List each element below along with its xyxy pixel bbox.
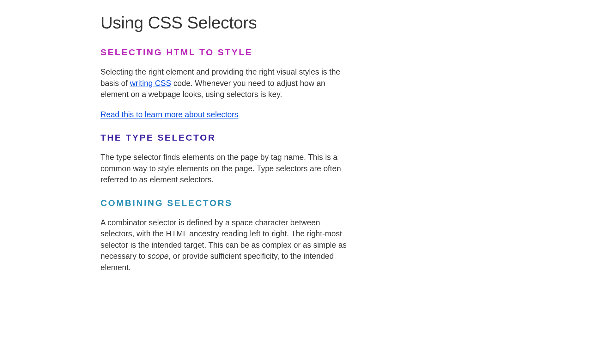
section-heading: Combining Selectors [100, 198, 353, 208]
paragraph: Selecting the right element and providin… [100, 66, 353, 100]
section-selecting-html: Selecting HTML to Style Selecting the ri… [100, 47, 353, 120]
read-more-link[interactable]: Read this to learn more about selectors [100, 110, 238, 119]
read-more-paragraph: Read this to learn more about selectors [100, 109, 353, 120]
section-heading: The Type Selector [100, 133, 353, 143]
article-content: Using CSS Selectors Selecting HTML to St… [100, 13, 353, 273]
page-title: Using CSS Selectors [100, 13, 353, 32]
emphasized-text: scope [148, 252, 169, 260]
section-combining-selectors: Combining Selectors A combinator selecto… [100, 198, 353, 273]
section-heading: Selecting HTML to Style [100, 47, 353, 58]
writing-css-link[interactable]: writing CSS [130, 79, 171, 88]
section-type-selector: The Type Selector The type selector find… [100, 133, 353, 185]
paragraph: A combinator selector is defined by a sp… [100, 217, 353, 273]
paragraph: The type selector finds elements on the … [100, 152, 353, 185]
